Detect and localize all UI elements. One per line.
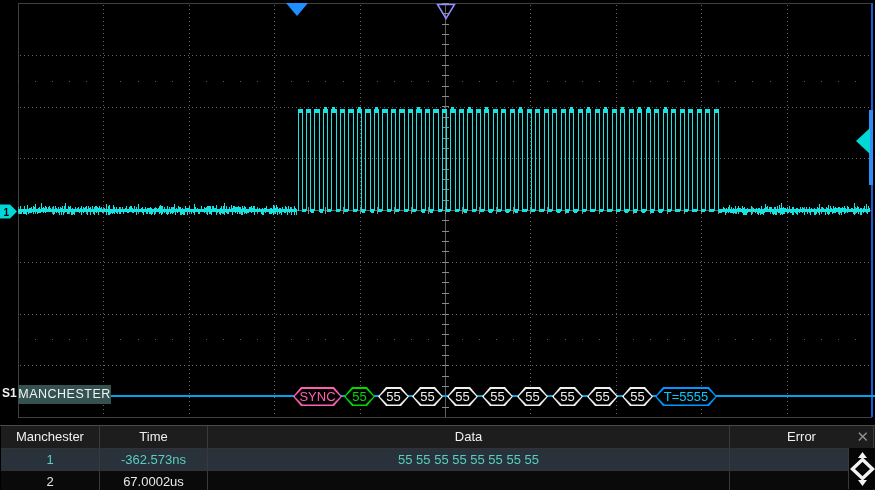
table-header-error: Error bbox=[730, 426, 874, 448]
decode-frame-box: 55 bbox=[344, 387, 375, 406]
table-header-manchester: Manchester bbox=[1, 426, 100, 448]
decode-frame-label: 55 bbox=[587, 387, 618, 406]
decode-frame-label: SYNC bbox=[293, 387, 342, 406]
decode-frame-box: T=5555 bbox=[655, 387, 717, 406]
decode-frame-label: 55 bbox=[517, 387, 548, 406]
decode-frame-box: SYNC bbox=[293, 387, 342, 406]
decode-frame-box: 55 bbox=[412, 387, 443, 406]
decode-frame-box: 55 bbox=[552, 387, 583, 406]
oscilloscope-screen: 1 S1 MANCHESTER SYNC555555555555555555T=… bbox=[0, 0, 875, 490]
table-cell: 55 55 55 55 55 55 55 55 bbox=[208, 449, 730, 470]
decode-frame-label: 55 bbox=[552, 387, 583, 406]
table-cell: 67.0002us bbox=[100, 471, 208, 490]
decode-protocol-label[interactable]: MANCHESTER bbox=[18, 385, 111, 404]
decode-frame-box: 55 bbox=[517, 387, 548, 406]
decode-frame-box: 55 bbox=[447, 387, 478, 406]
table-cell: 2 bbox=[1, 471, 100, 490]
decode-frame-box: 55 bbox=[587, 387, 618, 406]
decode-result-table: ManchesterTimeDataError 1-362.573ns55 55… bbox=[0, 425, 875, 490]
table-row[interactable]: 267.0002us bbox=[1, 471, 875, 490]
decode-bus-lane: S1 MANCHESTER SYNC555555555555555555T=55… bbox=[0, 0, 875, 425]
decode-frame-label: 55 bbox=[482, 387, 513, 406]
decode-frame-label: 55 bbox=[344, 387, 375, 406]
decode-frame-label: 55 bbox=[378, 387, 409, 406]
table-header-row: ManchesterTimeDataError bbox=[1, 426, 875, 449]
table-cell bbox=[208, 471, 730, 490]
decode-frame-box: 55 bbox=[482, 387, 513, 406]
decode-frame-label: 55 bbox=[622, 387, 653, 406]
table-cell: 1 bbox=[1, 449, 100, 470]
decode-frame-label: 55 bbox=[412, 387, 443, 406]
table-header-data: Data bbox=[208, 426, 730, 448]
decode-source-label: S1 bbox=[2, 386, 17, 400]
scroll-diamond-widget[interactable] bbox=[848, 448, 875, 489]
table-row[interactable]: 1-362.573ns55 55 55 55 55 55 55 55 bbox=[1, 449, 875, 471]
table-cell: -362.573ns bbox=[100, 449, 208, 470]
decode-frame-label: 55 bbox=[447, 387, 478, 406]
table-header-time: Time bbox=[100, 426, 208, 448]
diamond-nav-icon bbox=[850, 452, 875, 486]
decode-frame-box: 55 bbox=[622, 387, 653, 406]
close-icon[interactable]: ✕ bbox=[856, 428, 869, 446]
decode-frame-label: T=5555 bbox=[655, 387, 717, 406]
decode-frame-box: 55 bbox=[378, 387, 409, 406]
